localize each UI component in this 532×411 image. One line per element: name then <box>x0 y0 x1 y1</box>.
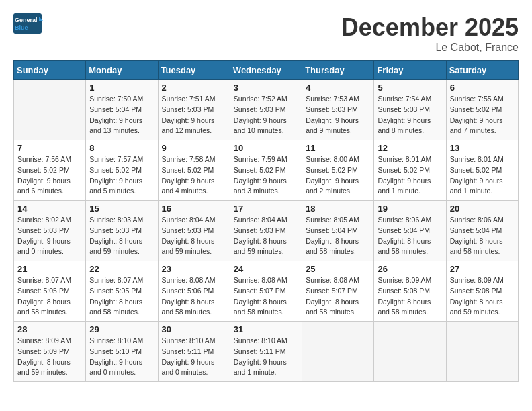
day-number: 10 <box>234 143 298 153</box>
calendar-cell: 23Sunrise: 8:08 AMSunset: 5:06 PMDayligh… <box>158 261 230 322</box>
day-info: Sunrise: 8:06 AMSunset: 5:04 PMDaylight:… <box>378 215 442 257</box>
calendar-cell: 16Sunrise: 8:04 AMSunset: 5:03 PMDayligh… <box>158 201 230 261</box>
calendar-cell <box>14 80 86 140</box>
day-info: Sunrise: 8:08 AMSunset: 5:07 PMDaylight:… <box>306 275 370 318</box>
calendar-cell: 8Sunrise: 7:57 AMSunset: 5:02 PMDaylight… <box>86 140 158 201</box>
svg-text:General: General <box>15 17 38 24</box>
calendar-cell: 7Sunrise: 7:56 AMSunset: 5:02 PMDaylight… <box>14 140 86 201</box>
day-number: 11 <box>306 143 370 153</box>
day-number: 23 <box>162 264 226 274</box>
day-header-tuesday: Tuesday <box>158 61 230 80</box>
day-info: Sunrise: 8:01 AMSunset: 5:02 PMDaylight:… <box>450 154 515 197</box>
title-block: December 2025 Le Cabot, France <box>341 13 519 54</box>
day-info: Sunrise: 8:00 AMSunset: 5:02 PMDaylight:… <box>306 154 370 197</box>
day-info: Sunrise: 8:10 AMSunset: 5:11 PMDaylight:… <box>162 336 226 378</box>
day-info: Sunrise: 7:57 AMSunset: 5:02 PMDaylight:… <box>89 154 154 197</box>
calendar-cell: 20Sunrise: 8:06 AMSunset: 5:04 PMDayligh… <box>446 201 518 261</box>
day-number: 12 <box>378 143 442 153</box>
day-info: Sunrise: 8:02 AMSunset: 5:03 PMDaylight:… <box>17 215 82 257</box>
calendar-table: SundayMondayTuesdayWednesdayThursdayFrid… <box>13 60 519 382</box>
day-info: Sunrise: 8:04 AMSunset: 5:03 PMDaylight:… <box>162 215 226 257</box>
calendar-cell: 25Sunrise: 8:08 AMSunset: 5:07 PMDayligh… <box>302 261 374 322</box>
week-row-5: 28Sunrise: 8:09 AMSunset: 5:09 PMDayligh… <box>14 322 519 382</box>
day-number: 29 <box>89 324 154 334</box>
day-info: Sunrise: 7:55 AMSunset: 5:02 PMDaylight:… <box>450 94 515 136</box>
day-number: 7 <box>17 143 82 153</box>
day-number: 31 <box>234 324 298 334</box>
day-number: 24 <box>234 264 298 274</box>
calendar-cell: 11Sunrise: 8:00 AMSunset: 5:02 PMDayligh… <box>302 140 374 201</box>
day-number: 19 <box>378 203 442 214</box>
calendar-cell: 4Sunrise: 7:53 AMSunset: 5:03 PMDaylight… <box>302 80 374 140</box>
day-number: 17 <box>234 203 298 214</box>
calendar-cell: 2Sunrise: 7:51 AMSunset: 5:03 PMDaylight… <box>158 80 230 140</box>
calendar-cell: 29Sunrise: 8:10 AMSunset: 5:10 PMDayligh… <box>86 322 158 382</box>
day-info: Sunrise: 7:59 AMSunset: 5:02 PMDaylight:… <box>234 154 298 197</box>
day-number: 18 <box>306 203 370 214</box>
calendar-cell: 6Sunrise: 7:55 AMSunset: 5:02 PMDaylight… <box>446 80 518 140</box>
day-number: 26 <box>378 264 442 274</box>
logo: General Blue <box>13 13 44 37</box>
calendar-cell: 18Sunrise: 8:05 AMSunset: 5:04 PMDayligh… <box>302 201 374 261</box>
calendar-cell: 1Sunrise: 7:50 AMSunset: 5:04 PMDaylight… <box>86 80 158 140</box>
calendar-cell: 15Sunrise: 8:03 AMSunset: 5:03 PMDayligh… <box>86 201 158 261</box>
day-info: Sunrise: 8:10 AMSunset: 5:10 PMDaylight:… <box>89 336 154 378</box>
day-number: 14 <box>17 203 82 214</box>
day-info: Sunrise: 8:04 AMSunset: 5:03 PMDaylight:… <box>234 215 298 257</box>
day-number: 4 <box>306 83 370 93</box>
day-number: 9 <box>162 143 226 153</box>
calendar-cell: 19Sunrise: 8:06 AMSunset: 5:04 PMDayligh… <box>374 201 446 261</box>
day-number: 13 <box>450 143 515 153</box>
logo-icon: General Blue <box>13 13 40 37</box>
day-info: Sunrise: 7:54 AMSunset: 5:03 PMDaylight:… <box>378 94 442 136</box>
calendar-cell <box>302 322 374 382</box>
day-header-friday: Friday <box>374 61 446 80</box>
day-header-thursday: Thursday <box>302 61 374 80</box>
calendar-cell: 14Sunrise: 8:02 AMSunset: 5:03 PMDayligh… <box>14 201 86 261</box>
calendar-cell: 10Sunrise: 7:59 AMSunset: 5:02 PMDayligh… <box>230 140 302 201</box>
day-header-wednesday: Wednesday <box>230 61 302 80</box>
calendar-cell: 26Sunrise: 8:09 AMSunset: 5:08 PMDayligh… <box>374 261 446 322</box>
calendar-cell: 21Sunrise: 8:07 AMSunset: 5:05 PMDayligh… <box>14 261 86 322</box>
calendar-cell: 28Sunrise: 8:09 AMSunset: 5:09 PMDayligh… <box>14 322 86 382</box>
day-number: 21 <box>17 264 82 274</box>
day-number: 28 <box>17 324 82 334</box>
day-info: Sunrise: 8:09 AMSunset: 5:09 PMDaylight:… <box>17 336 82 378</box>
day-number: 16 <box>162 203 226 214</box>
page-header: General Blue December 2025 Le Cabot, Fra… <box>13 13 519 54</box>
calendar-cell: 22Sunrise: 8:07 AMSunset: 5:05 PMDayligh… <box>86 261 158 322</box>
day-number: 30 <box>162 324 226 334</box>
calendar-cell: 3Sunrise: 7:52 AMSunset: 5:03 PMDaylight… <box>230 80 302 140</box>
header-row: SundayMondayTuesdayWednesdayThursdayFrid… <box>14 61 519 80</box>
calendar-cell: 31Sunrise: 8:10 AMSunset: 5:11 PMDayligh… <box>230 322 302 382</box>
day-number: 6 <box>450 83 515 93</box>
day-number: 27 <box>450 264 515 274</box>
day-info: Sunrise: 8:06 AMSunset: 5:04 PMDaylight:… <box>450 215 515 257</box>
day-info: Sunrise: 7:51 AMSunset: 5:03 PMDaylight:… <box>162 94 226 136</box>
day-number: 3 <box>234 83 298 93</box>
calendar-cell: 12Sunrise: 8:01 AMSunset: 5:02 PMDayligh… <box>374 140 446 201</box>
day-info: Sunrise: 8:03 AMSunset: 5:03 PMDaylight:… <box>89 215 154 257</box>
day-info: Sunrise: 7:53 AMSunset: 5:03 PMDaylight:… <box>306 94 370 136</box>
day-info: Sunrise: 8:01 AMSunset: 5:02 PMDaylight:… <box>378 154 442 197</box>
calendar-cell <box>374 322 446 382</box>
day-number: 20 <box>450 203 515 214</box>
day-header-saturday: Saturday <box>446 61 518 80</box>
day-info: Sunrise: 8:07 AMSunset: 5:05 PMDaylight:… <box>89 275 154 318</box>
calendar-cell: 5Sunrise: 7:54 AMSunset: 5:03 PMDaylight… <box>374 80 446 140</box>
day-header-sunday: Sunday <box>14 61 86 80</box>
day-info: Sunrise: 7:56 AMSunset: 5:02 PMDaylight:… <box>17 154 82 197</box>
week-row-1: 1Sunrise: 7:50 AMSunset: 5:04 PMDaylight… <box>14 80 519 140</box>
day-number: 1 <box>89 83 154 93</box>
day-info: Sunrise: 7:52 AMSunset: 5:03 PMDaylight:… <box>234 94 298 136</box>
week-row-4: 21Sunrise: 8:07 AMSunset: 5:05 PMDayligh… <box>14 261 519 322</box>
day-number: 8 <box>89 143 154 153</box>
day-info: Sunrise: 8:09 AMSunset: 5:08 PMDaylight:… <box>450 275 515 318</box>
calendar-cell: 24Sunrise: 8:08 AMSunset: 5:07 PMDayligh… <box>230 261 302 322</box>
day-info: Sunrise: 8:09 AMSunset: 5:08 PMDaylight:… <box>378 275 442 318</box>
day-info: Sunrise: 8:10 AMSunset: 5:11 PMDaylight:… <box>234 336 298 378</box>
day-number: 5 <box>378 83 442 93</box>
calendar-cell: 30Sunrise: 8:10 AMSunset: 5:11 PMDayligh… <box>158 322 230 382</box>
calendar-cell: 27Sunrise: 8:09 AMSunset: 5:08 PMDayligh… <box>446 261 518 322</box>
day-number: 15 <box>89 203 154 214</box>
